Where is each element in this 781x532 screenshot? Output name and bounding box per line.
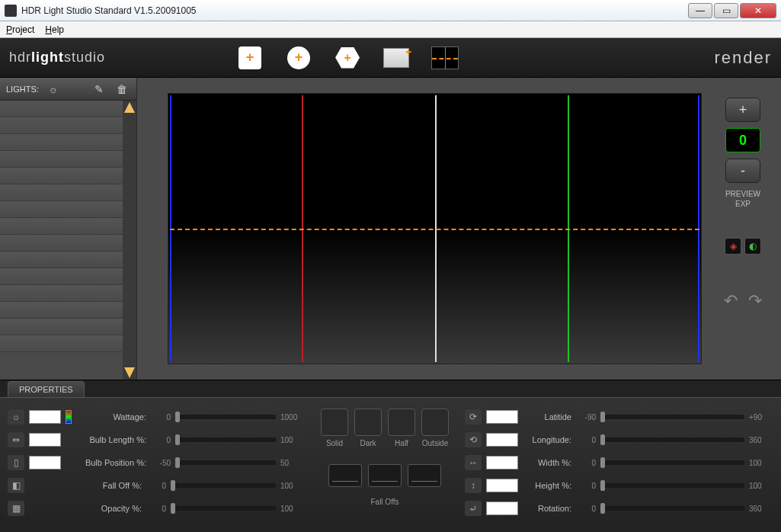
list-item[interactable]	[0, 319, 123, 335]
color-swatch[interactable]	[486, 433, 518, 447]
list-item[interactable]	[0, 184, 123, 201]
hdr-canvas[interactable]	[168, 93, 702, 364]
properties-tab[interactable]: PROPERTIES	[8, 381, 85, 397]
position-icon: ▯	[8, 455, 24, 470]
window-title: HDR Light Studio Standard V1.5.20091005	[21, 5, 197, 16]
list-item[interactable]	[0, 285, 123, 302]
top-toolbar: hdrlightstudio + + + render	[0, 38, 781, 78]
lights-panel: LIGHTS: ☼ ✎ 🗑	[0, 78, 137, 380]
color-swatch[interactable]	[29, 410, 61, 424]
width-slider[interactable]	[600, 460, 744, 465]
falloff-slider[interactable]	[171, 483, 276, 488]
exposure-minus-button[interactable]: -	[725, 159, 760, 183]
menu-help[interactable]: Help	[45, 24, 64, 35]
falloff-curve-3-button[interactable]	[408, 464, 441, 487]
color-swatch[interactable]	[486, 410, 518, 424]
color-swatch[interactable]	[486, 456, 518, 470]
add-hex-light-button[interactable]: +	[334, 44, 361, 72]
falloff-curve-1-button[interactable]	[328, 464, 362, 487]
shade-solid-button[interactable]	[321, 409, 348, 436]
list-item[interactable]	[0, 335, 123, 352]
guide-horizon	[170, 229, 699, 230]
lights-list	[0, 101, 136, 380]
add-circle-light-button[interactable]: +	[285, 44, 312, 72]
list-item[interactable]	[0, 151, 123, 168]
longitude-icon: ⟲	[465, 432, 482, 447]
rotation-icon: ⤾	[465, 501, 482, 516]
properties-left-column: ☼ Wattage: 0 1000 ⇔ Bulb Length %: 0 100…	[8, 409, 305, 521]
prop-label: Wattage:	[76, 412, 146, 421]
list-item[interactable]	[0, 268, 123, 285]
rgb-strip-icon[interactable]	[66, 410, 72, 424]
list-item[interactable]	[0, 101, 123, 117]
preview-exp-label: PREVIEWEXP	[725, 189, 760, 209]
list-item[interactable]	[0, 235, 123, 252]
exposure-value: 0	[725, 128, 760, 152]
bulb-icon: ☼	[8, 409, 24, 425]
rotation-slider[interactable]	[600, 506, 744, 511]
latitude-slider[interactable]	[600, 415, 744, 419]
list-item[interactable]	[0, 168, 123, 184]
list-item[interactable]	[0, 117, 123, 134]
shade-outside-button[interactable]	[421, 409, 449, 436]
title-bar: HDR Light Studio Standard V1.5.20091005 …	[0, 0, 781, 21]
length-icon: ⇔	[8, 432, 24, 447]
grid-toggle-button[interactable]	[431, 44, 459, 72]
edit-light-button[interactable]: ✎	[91, 81, 107, 98]
menu-bar: Project Help	[0, 21, 781, 38]
main-area: LIGHTS: ☼ ✎ 🗑	[0, 78, 781, 380]
lights-header-label: LIGHTS:	[6, 85, 39, 94]
list-item[interactable]	[0, 252, 123, 268]
lights-scrollbar[interactable]	[123, 101, 136, 380]
falloff-icon: ◧	[8, 478, 24, 493]
properties-panel: PROPERTIES ☼ Wattage: 0 1000 ⇔ Bulb Leng…	[0, 380, 781, 532]
window-minimize-button[interactable]: —	[688, 3, 712, 18]
undo-button[interactable]: ↶	[721, 291, 741, 311]
menu-project[interactable]: Project	[6, 24, 34, 35]
scroll-down-icon[interactable]	[124, 367, 135, 378]
falloff-curve-2-button[interactable]	[368, 464, 402, 487]
wattage-slider[interactable]	[175, 415, 276, 419]
light-bulb-icon[interactable]: ☼	[45, 81, 62, 98]
add-image-light-button[interactable]	[382, 44, 410, 72]
list-item[interactable]	[0, 201, 123, 218]
opacity-icon: ▦	[8, 501, 24, 516]
window-maximize-button[interactable]: ▭	[714, 3, 738, 18]
list-item[interactable]	[0, 134, 123, 151]
width-icon: ↔	[465, 455, 482, 470]
shade-dark-button[interactable]	[354, 409, 382, 436]
list-item[interactable]	[0, 218, 123, 235]
height-slider[interactable]	[600, 483, 744, 488]
falloffs-label: Fall Offs	[370, 498, 399, 506]
height-icon: ↕	[465, 478, 482, 493]
exposure-plus-button[interactable]: +	[725, 98, 760, 122]
shade-half-button[interactable]	[388, 409, 415, 436]
color-swatch[interactable]	[29, 456, 61, 470]
opacity-slider[interactable]	[171, 506, 276, 511]
lights-header: LIGHTS: ☼ ✎ 🗑	[0, 78, 136, 101]
app-logo: hdrlightstudio	[9, 50, 105, 66]
properties-right-column: ⟳ Latitide -90 +90 ⟲ Longitude: 0 360 ↔ …	[465, 409, 773, 521]
color-swatch[interactable]	[29, 433, 61, 447]
bulb-length-slider[interactable]	[175, 437, 276, 442]
preview-mode-a-icon[interactable]: ◈	[725, 238, 741, 255]
render-button[interactable]: render	[714, 48, 772, 68]
bulb-position-slider[interactable]	[175, 460, 276, 465]
scroll-up-icon[interactable]	[124, 102, 135, 113]
delete-light-button[interactable]: 🗑	[114, 81, 130, 98]
add-square-light-button[interactable]: +	[236, 44, 264, 72]
list-item[interactable]	[0, 302, 123, 319]
redo-button[interactable]: ↷	[745, 291, 765, 311]
color-swatch[interactable]	[486, 502, 518, 515]
app-icon	[5, 5, 17, 17]
latitude-icon: ⟳	[465, 409, 482, 425]
preview-controls: + 0 - PREVIEWEXP ◈ ◐ ↶ ↷	[715, 93, 770, 364]
longitude-slider[interactable]	[600, 437, 744, 442]
window-close-button[interactable]: ✕	[740, 3, 776, 18]
preview-mode-b-icon[interactable]: ◐	[744, 238, 761, 255]
properties-mid-column: Solid Dark Half Outside Fall Offs	[312, 409, 457, 521]
color-swatch[interactable]	[486, 479, 518, 492]
